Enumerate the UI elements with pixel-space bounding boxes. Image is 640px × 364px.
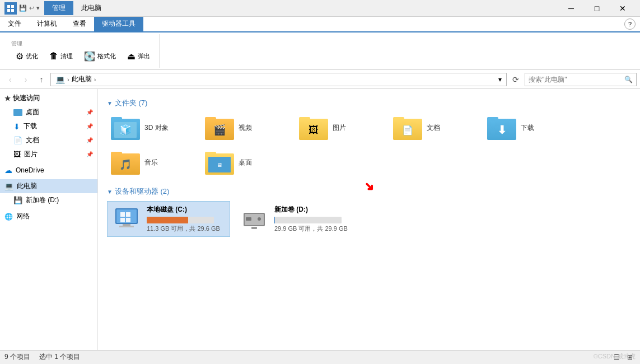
status-bar: 9 个项目 选中 1 个项目 ☰ ⊞	[0, 350, 640, 363]
folders-grid: 🧊 3D 对象 🎬 视频 🖼 图片	[107, 113, 631, 178]
svg-rect-7	[126, 212, 130, 217]
tab-computer[interactable]: 计算机	[29, 17, 65, 31]
sidebar-item-downloads[interactable]: ⬇ 下载 📌	[0, 119, 97, 133]
folder-desktop-icon: 🖥	[205, 150, 234, 175]
pin-icon-dl: 📌	[86, 123, 93, 129]
path-separator: ›	[67, 76, 69, 83]
folder-pictures[interactable]: 🖼 图片	[295, 113, 385, 143]
drive-c-info: 本地磁盘 (C:) 11.3 GB 可用，共 29.6 GB	[147, 205, 225, 233]
help-button[interactable]: ?	[624, 18, 636, 30]
search-icon: 🔍	[624, 76, 633, 83]
sidebar-item-d-drive[interactable]: 💾 新加卷 (D:)	[0, 193, 97, 207]
drive-d[interactable]: 新加卷 (D:) 29.9 GB 可用，共 29.9 GB ➜	[235, 201, 358, 237]
drive-d-icon	[240, 207, 269, 231]
drive-c-bar-fill	[147, 217, 188, 223]
sidebar-item-desktop[interactable]: 桌面 📌	[0, 105, 97, 119]
window-controls: ─ □ ✕	[558, 0, 636, 17]
path-dropdown-icon[interactable]: ▾	[498, 76, 502, 83]
svg-rect-10	[123, 224, 130, 226]
sidebar-item-onedrive[interactable]: ☁ OneDrive	[0, 164, 97, 177]
sidebar-item-this-pc[interactable]: 💻 此电脑	[0, 179, 97, 193]
tab-file[interactable]: 文件	[0, 17, 29, 31]
drive-d-info: 新加卷 (D:) 29.9 GB 可用，共 29.9 GB	[274, 205, 353, 233]
quick-access-undo[interactable]: ↩	[29, 4, 34, 12]
folders-section-header[interactable]: 文件夹 (7)	[107, 98, 631, 108]
svg-rect-3	[11, 9, 14, 12]
svg-rect-1	[11, 5, 14, 8]
ribbon-eject-btn[interactable]: ⏏ 弹出	[123, 50, 155, 62]
ribbon-tabs: 文件 计算机 查看 驱动器工具 ?	[0, 17, 640, 31]
refresh-button[interactable]: ⟳	[509, 73, 522, 86]
sidebar-item-pictures[interactable]: 🖼 图片 📌	[0, 147, 97, 161]
folder-documents[interactable]: 📄 文档	[389, 113, 479, 143]
folder-downloads[interactable]: ⬇ 下载	[483, 113, 573, 143]
folder-music[interactable]: 🎵 音乐	[107, 147, 197, 178]
onedrive-icon: ☁	[4, 166, 12, 175]
svg-rect-14	[246, 217, 251, 221]
quick-access-menu[interactable]: ▾	[36, 4, 40, 12]
svg-rect-11	[119, 226, 134, 227]
onedrive-section: ☁ OneDrive	[0, 164, 97, 177]
search-box[interactable]: 🔍	[525, 73, 637, 86]
pin-icon-pic: 📌	[86, 151, 93, 157]
close-button[interactable]: ✕	[610, 0, 636, 17]
sidebar-item-documents[interactable]: 📄 文档 📌	[0, 133, 97, 147]
svg-rect-16	[251, 227, 257, 229]
address-path[interactable]: 💻 › 此电脑 › ▾	[50, 73, 507, 86]
network-section: 🌐 网络	[0, 209, 97, 223]
tab-drive-tools[interactable]: 驱动器工具	[94, 17, 143, 31]
content-area: 文件夹 (7) 🧊 3D 对象 🎬 视频	[98, 89, 640, 350]
items-count: 9 个项目	[4, 352, 30, 362]
folder-3d-icon: 🧊	[111, 115, 140, 140]
this-pc-title: 此电脑	[74, 1, 108, 15]
drive-d-bar-bg	[274, 217, 342, 223]
folder-desktop[interactable]: 🖥 桌面	[201, 147, 291, 178]
forward-button[interactable]: ›	[19, 73, 32, 86]
ribbon: 文件 计算机 查看 驱动器工具 ? 管理 ⚙ 优化 🗑 清理 💽 格式化	[0, 17, 640, 70]
download-folder-icon: ⬇	[13, 122, 20, 131]
folder-videos[interactable]: 🎬 视频	[201, 113, 291, 143]
folder-3d-objects[interactable]: 🧊 3D 对象	[107, 113, 197, 143]
app-icon	[4, 2, 17, 15]
selected-count: 选中 1 个项目	[39, 352, 80, 362]
titlebar-app-icons: 💾 ↩ ▾	[4, 2, 40, 15]
manage-tab[interactable]: 管理	[44, 1, 73, 15]
ribbon-tab-bar: 管理 此电脑	[44, 1, 558, 15]
network-icon: 🌐	[4, 213, 13, 221]
folder-video-icon: 🎬	[205, 115, 234, 140]
drive-c[interactable]: 本地磁盘 (C:) 11.3 GB 可用，共 29.6 GB	[107, 201, 230, 237]
ribbon-group-label: 管理	[11, 40, 155, 48]
svg-point-15	[258, 217, 261, 221]
up-button[interactable]: ↑	[35, 73, 48, 86]
ribbon-format-btn[interactable]: 💽 格式化	[80, 50, 120, 62]
computer-icon: 💻	[4, 182, 13, 190]
sidebar: ★ 快速访问 桌面 📌 ⬇ 下载 📌 📄 文档 📌 🖼 图片 📌	[0, 89, 98, 350]
drive-c-icon	[112, 207, 141, 231]
folder-download-icon: ⬇	[487, 115, 516, 140]
ribbon-buttons-row: ⚙ 优化 🗑 清理 💽 格式化 ⏏ 弹出	[11, 50, 155, 62]
drive-icon: 💾	[13, 196, 22, 204]
minimize-button[interactable]: ─	[558, 0, 584, 17]
doc-folder-icon: 📄	[13, 136, 22, 144]
ribbon-cleanup-btn[interactable]: 🗑 清理	[45, 50, 77, 62]
tab-view[interactable]: 查看	[65, 17, 94, 31]
quick-access-section: ★ 快速访问 桌面 📌 ⬇ 下载 📌 📄 文档 📌 🖼 图片 📌	[0, 91, 97, 161]
quick-access-save[interactable]: 💾	[19, 4, 27, 12]
quick-access-header[interactable]: ★ 快速访问	[0, 91, 97, 105]
svg-rect-0	[7, 5, 10, 8]
pic-folder-icon: 🖼	[13, 150, 21, 158]
sidebar-item-network[interactable]: 🌐 网络	[0, 209, 97, 223]
ribbon-optimize-btn[interactable]: ⚙ 优化	[11, 50, 43, 62]
back-button[interactable]: ‹	[3, 73, 17, 86]
ribbon-manage-group: 管理 ⚙ 优化 🗑 清理 💽 格式化 ⏏ 弹出	[7, 34, 160, 68]
folder-pictures-icon: 🖼	[299, 115, 328, 140]
search-input[interactable]	[529, 76, 622, 83]
folder-music-icon: 🎵	[111, 150, 140, 175]
drives-section-header[interactable]: 设备和驱动器 (2)	[107, 186, 631, 197]
drive-d-bar-fill	[274, 217, 275, 223]
main-area: ★ 快速访问 桌面 📌 ⬇ 下载 📌 📄 文档 📌 🖼 图片 📌	[0, 89, 640, 350]
drives-grid: 本地磁盘 (C:) 11.3 GB 可用，共 29.6 GB	[107, 201, 631, 237]
ribbon-content: 管理 ⚙ 优化 🗑 清理 💽 格式化 ⏏ 弹出	[0, 31, 640, 69]
maximize-button[interactable]: □	[584, 0, 610, 17]
path-computer-icon: 💻	[55, 75, 65, 84]
